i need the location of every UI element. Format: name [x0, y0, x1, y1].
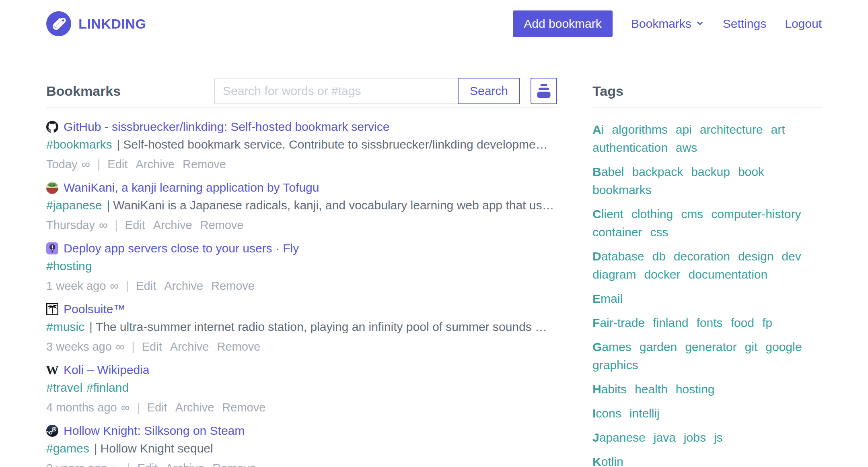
search-area: Search — [214, 78, 557, 104]
edit-bookmark-link[interactable]: Edit — [142, 338, 162, 355]
tag-link[interactable]: fp — [762, 314, 772, 332]
tag-link[interactable]: hosting — [676, 380, 715, 398]
bookmark-title-link[interactable]: Deploy app servers close to your users ·… — [64, 240, 299, 257]
nav-bookmarks[interactable]: Bookmarks — [631, 17, 704, 31]
edit-bookmark-link[interactable]: Edit — [147, 399, 167, 416]
bookmark-tag-link[interactable]: #music — [46, 320, 84, 333]
tag-link[interactable]: google — [765, 338, 802, 356]
permalink-infinity-icon[interactable]: ∞ — [121, 399, 130, 416]
tag-group-c: Clientclothingcmscomputer-historycontain… — [592, 205, 822, 241]
search-button[interactable]: Search — [458, 78, 520, 104]
bookmark-title-link[interactable]: Koli – Wikipedia — [64, 361, 149, 379]
bookmark-title-row: WKoli – Wikipedia — [46, 361, 557, 379]
brand-link[interactable]: LINKDING — [46, 11, 146, 36]
tag-link[interactable]: Icons — [592, 404, 621, 422]
bookmark-tag-link[interactable]: #bookmarks — [46, 138, 112, 151]
bookmark-tag-link[interactable]: #games — [46, 442, 89, 455]
archive-stack-icon — [535, 82, 553, 101]
tag-link[interactable]: food — [731, 314, 754, 332]
bookmark-tag-link[interactable]: #travel — [46, 381, 82, 394]
tag-link[interactable]: algorithms — [612, 120, 667, 138]
archive-bookmark-link[interactable]: Archive — [175, 399, 214, 416]
archive-bookmark-link[interactable]: Archive — [153, 216, 192, 234]
tag-link[interactable]: Client — [592, 205, 623, 223]
tag-link[interactable]: cms — [681, 205, 703, 223]
tag-link[interactable]: graphics — [592, 356, 638, 374]
tag-link[interactable]: computer-history — [711, 205, 801, 223]
tag-link[interactable]: java — [654, 428, 676, 446]
tag-link[interactable]: db — [652, 247, 665, 265]
tag-link[interactable]: Email — [592, 289, 623, 308]
bookmark-title-link[interactable]: Hollow Knight: Silksong on Steam — [64, 422, 245, 440]
tag-link[interactable]: authentication — [592, 138, 668, 157]
tag-link[interactable]: bookmarks — [592, 181, 652, 199]
permalink-infinity-icon[interactable]: ∞ — [116, 338, 124, 355]
github-favicon-icon — [46, 121, 58, 133]
tag-link[interactable]: docker — [644, 265, 680, 283]
edit-bookmark-link[interactable]: Edit — [125, 216, 145, 234]
tag-link[interactable]: aws — [676, 138, 697, 157]
edit-bookmark-link[interactable]: Edit — [107, 155, 128, 173]
remove-bookmark-link[interactable]: Remove — [200, 216, 244, 234]
tag-link[interactable]: backpack — [632, 163, 683, 181]
tag-link[interactable]: decoration — [674, 247, 730, 265]
tag-link[interactable]: Kotlin — [592, 453, 623, 467]
nav-settings[interactable]: Settings — [723, 17, 766, 31]
archived-bookmarks-button[interactable] — [531, 78, 557, 104]
tag-link[interactable]: container — [592, 223, 642, 241]
tag-link[interactable]: Ai — [592, 120, 604, 138]
tag-link[interactable]: art — [771, 120, 785, 138]
search-input[interactable] — [214, 78, 459, 104]
tag-link[interactable]: health — [635, 380, 668, 398]
permalink-infinity-icon[interactable]: ∞ — [99, 216, 107, 234]
archive-bookmark-link[interactable]: Archive — [136, 155, 175, 173]
bookmark-title-link[interactable]: WaniKani, a kanji learning application b… — [64, 179, 319, 196]
tag-link[interactable]: fonts — [696, 314, 722, 332]
tag-link[interactable]: design — [738, 247, 773, 265]
tag-link[interactable]: book — [738, 163, 764, 181]
tag-link[interactable]: Babel — [592, 163, 624, 181]
archive-bookmark-link[interactable]: Archive — [165, 459, 204, 467]
permalink-infinity-icon[interactable]: ∞ — [110, 277, 118, 295]
tag-link[interactable]: git — [745, 338, 758, 356]
tag-link[interactable]: garden — [640, 338, 677, 356]
tag-link[interactable]: Habits — [592, 380, 627, 398]
nav-logout[interactable]: Logout — [785, 17, 822, 31]
tag-link[interactable]: intellij — [629, 404, 660, 422]
tag-link[interactable]: backup — [691, 163, 730, 181]
remove-bookmark-link[interactable]: Remove — [222, 399, 265, 416]
edit-bookmark-link[interactable]: Edit — [137, 459, 157, 467]
bookmark-tag-link[interactable]: #hosting — [46, 259, 92, 273]
tag-link[interactable]: js — [714, 428, 723, 446]
tag-link[interactable]: architecture — [700, 120, 763, 138]
bookmark-title-link[interactable]: Poolsuite™ — [64, 300, 125, 318]
main-content: Bookmarks Search GitHub - sissbruecker/l… — [0, 75, 868, 467]
tag-link[interactable]: diagram — [592, 265, 636, 283]
tag-link[interactable]: css — [650, 223, 668, 241]
permalink-infinity-icon[interactable]: ∞ — [111, 459, 120, 467]
remove-bookmark-link[interactable]: Remove — [212, 459, 256, 467]
tag-link[interactable]: clothing — [631, 205, 673, 223]
bookmark-tag-link[interactable]: #japanese — [46, 198, 102, 212]
bookmark-tag-link[interactable]: #finland — [86, 381, 129, 394]
tag-link[interactable]: jobs — [684, 428, 706, 446]
tag-link[interactable]: Fair-trade — [592, 314, 645, 332]
edit-bookmark-link[interactable]: Edit — [136, 277, 156, 295]
add-bookmark-button[interactable]: Add bookmark — [513, 10, 612, 37]
tag-link[interactable]: Database — [592, 247, 644, 265]
tag-link[interactable]: api — [676, 120, 692, 138]
tag-link[interactable]: finland — [653, 314, 688, 332]
tag-link[interactable]: Japanese — [592, 428, 646, 446]
remove-bookmark-link[interactable]: Remove — [183, 155, 226, 173]
remove-bookmark-link[interactable]: Remove — [211, 277, 255, 295]
bookmark-title-link[interactable]: GitHub - sissbruecker/linkding: Self-hos… — [64, 118, 389, 136]
archive-bookmark-link[interactable]: Archive — [170, 338, 209, 355]
archive-bookmark-link[interactable]: Archive — [164, 277, 203, 295]
tag-link[interactable]: dev — [782, 247, 801, 265]
tag-link[interactable]: Games — [592, 338, 631, 356]
bookmark-date: Today — [46, 155, 77, 173]
remove-bookmark-link[interactable]: Remove — [217, 338, 260, 355]
tag-link[interactable]: generator — [685, 338, 736, 356]
permalink-infinity-icon[interactable]: ∞ — [81, 155, 90, 173]
tag-link[interactable]: documentation — [688, 265, 767, 283]
